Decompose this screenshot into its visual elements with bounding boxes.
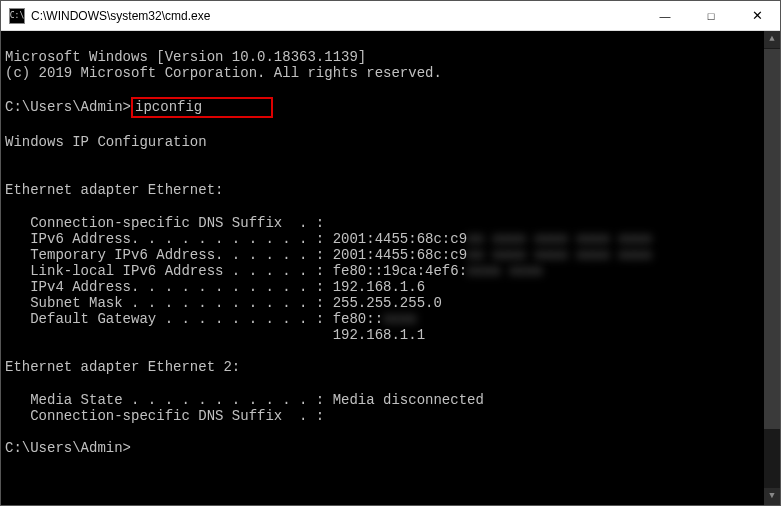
console-line: Default Gateway . . . . . . . . . : fe80… <box>5 311 417 327</box>
console-line: Link-local IPv6 Address . . . . . : fe80… <box>5 263 543 279</box>
console-line: Media State . . . . . . . . . . . : Medi… <box>5 392 484 408</box>
window-controls: — □ ✕ <box>642 1 780 30</box>
prompt-path: C:\Users\Admin> <box>5 99 131 115</box>
window-title: C:\WINDOWS\system32\cmd.exe <box>31 9 642 23</box>
prompt-path: C:\Users\Admin> <box>5 440 131 456</box>
console-line: IPv4 Address. . . . . . . . . . . : 192.… <box>5 279 425 295</box>
section-heading: Ethernet adapter Ethernet: <box>5 182 223 198</box>
console-output[interactable]: Microsoft Windows [Version 10.0.18363.11… <box>1 31 780 505</box>
section-heading: Windows IP Configuration <box>5 134 207 150</box>
maximize-button[interactable]: □ <box>688 1 734 30</box>
titlebar[interactable]: C:\ C:\WINDOWS\system32\cmd.exe — □ ✕ <box>1 1 780 31</box>
redacted-text: xxxx xxxx <box>467 263 543 279</box>
console-line: Temporary IPv6 Address. . . . . . : 2001… <box>5 247 652 263</box>
scrollbar-vertical[interactable]: ▲ ▼ <box>764 31 780 505</box>
close-button[interactable]: ✕ <box>734 1 780 30</box>
scroll-up-icon[interactable]: ▲ <box>764 31 780 48</box>
redacted-text: xxxx <box>383 311 417 327</box>
console-line: IPv6 Address. . . . . . . . . . . : 2001… <box>5 231 652 247</box>
console-line: Subnet Mask . . . . . . . . . . . : 255.… <box>5 295 442 311</box>
cmd-window: C:\ C:\WINDOWS\system32\cmd.exe — □ ✕ Mi… <box>0 0 781 506</box>
minimize-button[interactable]: — <box>642 1 688 30</box>
section-heading: Ethernet adapter Ethernet 2: <box>5 359 240 375</box>
console-line: (c) 2019 Microsoft Corporation. All righ… <box>5 65 442 81</box>
command-highlight: ipconfig <box>131 97 273 118</box>
console-line: Connection-specific DNS Suffix . : <box>5 408 324 424</box>
console-line: Microsoft Windows [Version 10.0.18363.11… <box>5 49 366 65</box>
command-text: ipconfig <box>135 99 202 115</box>
cmd-icon: C:\ <box>9 8 25 24</box>
redacted-text: xx xxxx xxxx xxxx xxxx <box>467 231 652 247</box>
console-line: 192.168.1.1 <box>5 327 425 343</box>
redacted-text: xx xxxx xxxx xxxx xxxx <box>467 247 652 263</box>
scroll-down-icon[interactable]: ▼ <box>764 488 780 505</box>
console-line: Connection-specific DNS Suffix . : <box>5 215 324 231</box>
scroll-thumb[interactable] <box>764 49 780 429</box>
